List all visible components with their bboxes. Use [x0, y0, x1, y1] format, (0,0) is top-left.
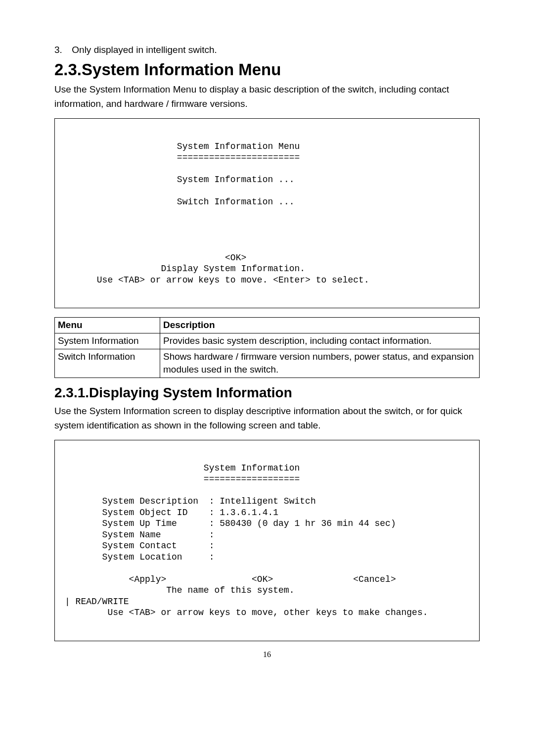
terminal-sysinfo-screen: System Information ================== Sy…: [54, 440, 480, 641]
table-row: Switch Information Shows hardware / firm…: [55, 349, 480, 378]
terminal-sysinfo-menu: System Information Menu ================…: [54, 118, 480, 309]
section-heading-2-3-1: 2.3.1.Displaying System Information: [54, 385, 480, 401]
terminal-line: System Information ================== Sy…: [65, 463, 469, 618]
col-header-desc: Description: [160, 318, 480, 333]
cell-menu: Switch Information: [55, 349, 160, 378]
intro-paragraph-1: Use the System Information Menu to displ…: [54, 82, 480, 111]
list-num: 3.: [54, 45, 69, 55]
table-header-row: Menu Description: [55, 318, 480, 333]
terminal-line: System Information Menu ================…: [65, 141, 469, 286]
menu-description-table: Menu Description System Information Prov…: [54, 317, 480, 378]
table-row: System Information Provides basic system…: [55, 333, 480, 349]
list-text: Only displayed in intelligent switch.: [72, 45, 217, 55]
page-number: 16: [54, 650, 480, 659]
intro-paragraph-2: Use the System Information screen to dis…: [54, 404, 480, 433]
cell-desc: Shows hardware / firmware version number…: [160, 349, 480, 378]
section-heading-2-3: 2.3.System Information Menu: [54, 60, 480, 79]
col-header-menu: Menu: [55, 318, 160, 333]
cell-menu: System Information: [55, 333, 160, 349]
cell-desc: Provides basic system description, inclu…: [160, 333, 480, 349]
list-item-3: 3. Only displayed in intelligent switch.: [54, 45, 480, 55]
